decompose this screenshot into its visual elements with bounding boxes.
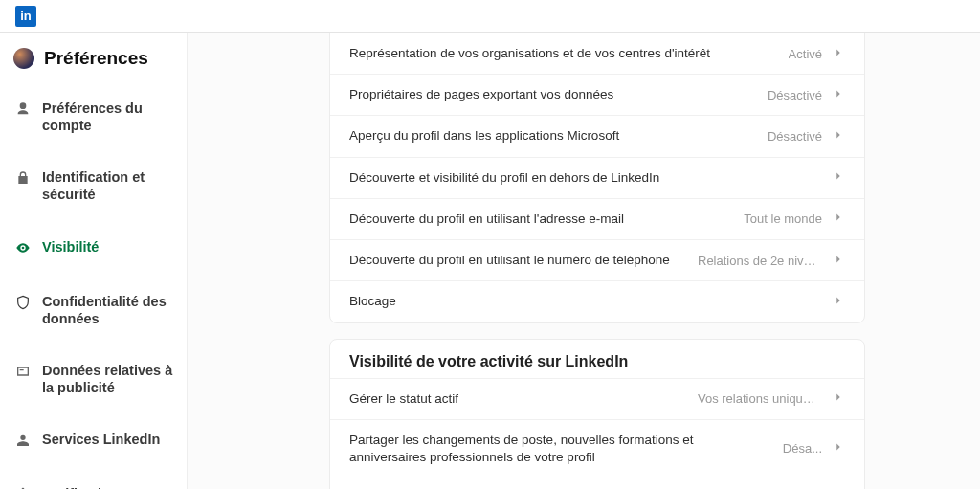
- sidebar-item-label: Confidentialité des données: [42, 293, 175, 327]
- sidebar-item-label: Notifications: [42, 485, 126, 489]
- row-right: [832, 294, 845, 310]
- sidebar-item-label: Services LinkedIn: [42, 431, 160, 448]
- chevron-right-icon: [832, 169, 845, 186]
- row-right: Relations de 2e niveau: [698, 253, 845, 269]
- sidebar-item-shield[interactable]: Confidentialité des données: [13, 283, 177, 337]
- row-label: Découverte du profil en utilisant l'adre…: [349, 211, 732, 228]
- row-status: Tout le monde: [744, 211, 822, 226]
- sidebar-item-lock[interactable]: Identification et sécurité: [13, 159, 177, 212]
- row-right: Désa...: [783, 440, 845, 456]
- settings-row[interactable]: Découverte du profil en utilisant le num…: [330, 239, 864, 280]
- row-right: Désactivé: [768, 87, 845, 103]
- sidebar-header: Préférences: [13, 48, 177, 69]
- row-label: Aperçu du profil dans les applications M…: [349, 127, 756, 144]
- chevron-right-icon: [832, 253, 845, 269]
- chevron-right-icon: [832, 87, 845, 103]
- settings-row[interactable]: Blocage: [330, 280, 864, 322]
- settings-card: Représentation de vos organisations et d…: [329, 33, 865, 323]
- row-label: Blocage: [349, 293, 820, 310]
- linkedin-logo[interactable]: in: [15, 6, 36, 27]
- settings-row[interactable]: Informez vos relations lorsque vous êtes…: [330, 478, 864, 489]
- lock-icon: [15, 168, 31, 189]
- chevron-right-icon: [832, 440, 845, 456]
- chevron-right-icon: [832, 128, 845, 144]
- sidebar-item-bell[interactable]: Notifications: [13, 476, 177, 489]
- row-status: Désa...: [783, 441, 822, 456]
- row-label: Gérer le statut actif: [349, 390, 686, 408]
- sidebar-item-label: Préférences du compte: [42, 100, 175, 134]
- settings-row[interactable]: Découverte du profil en utilisant l'adre…: [330, 198, 864, 239]
- settings-row[interactable]: Partager les changements de poste, nouve…: [330, 419, 864, 478]
- settings-row[interactable]: Propriétaires de pages exportant vos don…: [330, 74, 864, 115]
- content-area: Représentation de vos organisations et d…: [188, 33, 980, 489]
- row-status: Désactivé: [768, 88, 822, 102]
- row-label: Découverte du profil en utilisant le num…: [349, 252, 686, 269]
- row-label: Propriétaires de pages exportant vos don…: [349, 86, 756, 103]
- row-right: Tout le monde: [744, 211, 845, 227]
- row-right: Désactivé: [768, 128, 845, 144]
- shield-icon: [15, 293, 31, 313]
- settings-row[interactable]: Représentation de vos organisations et d…: [330, 33, 864, 74]
- settings-card: Visibilité de votre activité sur LinkedI…: [329, 339, 865, 489]
- row-status: Vos relations uniquement: [698, 391, 822, 406]
- row-label: Représentation de vos organisations et d…: [349, 45, 777, 62]
- row-right: [832, 169, 845, 186]
- chevron-right-icon: [832, 294, 845, 310]
- sidebar-item-label: Visibilité: [42, 238, 99, 256]
- row-status: Activé: [789, 47, 822, 61]
- bell-icon: [15, 485, 31, 489]
- sidebar-item-label: Données relatives à la publicité: [42, 362, 175, 396]
- sidebar-item-services[interactable]: Services LinkedIn: [13, 421, 177, 460]
- chevron-right-icon: [832, 46, 845, 62]
- sidebar: Préférences Préférences du compteIdentif…: [0, 33, 188, 489]
- row-status: Relations de 2e niveau: [698, 254, 822, 268]
- services-icon: [15, 431, 31, 451]
- sidebar-item-ads[interactable]: Données relatives à la publicité: [13, 352, 177, 406]
- settings-row[interactable]: Aperçu du profil dans les applications M…: [330, 115, 864, 156]
- top-bar: in: [0, 0, 980, 33]
- row-right: Activé: [789, 46, 845, 62]
- row-label: Partager les changements de poste, nouve…: [349, 432, 771, 466]
- sidebar-item-eye[interactable]: Visibilité: [13, 229, 177, 268]
- section-title: Visibilité de votre activité sur LinkedI…: [330, 340, 864, 378]
- settings-row[interactable]: Découverte et visibilité du profil en de…: [330, 157, 864, 198]
- eye-icon: [15, 238, 31, 258]
- sidebar-item-user[interactable]: Préférences du compte: [13, 90, 177, 144]
- row-status: Désactivé: [768, 129, 822, 144]
- ads-icon: [15, 362, 31, 382]
- row-label: Découverte et visibilité du profil en de…: [349, 169, 820, 187]
- sidebar-item-label: Identification et sécurité: [42, 168, 175, 203]
- chevron-right-icon: [832, 390, 845, 407]
- avatar[interactable]: [13, 48, 34, 69]
- settings-row[interactable]: Gérer le statut actifVos relations uniqu…: [330, 378, 864, 419]
- page-title: Préférences: [44, 48, 148, 69]
- chevron-right-icon: [832, 211, 845, 227]
- user-icon: [15, 100, 31, 120]
- row-right: Vos relations uniquement: [698, 390, 845, 407]
